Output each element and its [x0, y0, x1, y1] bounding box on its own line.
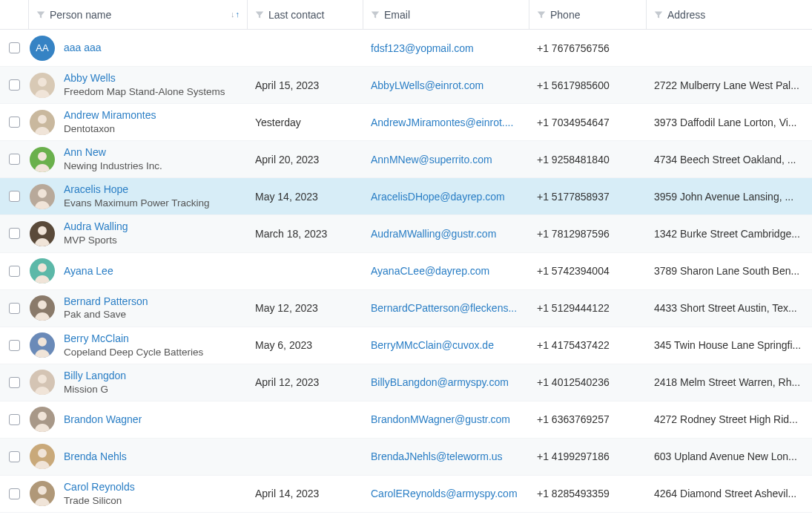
person-company: Copeland Deep Cycle Batteries — [64, 346, 203, 359]
row-checkbox[interactable] — [9, 228, 20, 239]
row-checkbox[interactable] — [9, 303, 20, 314]
phone-cell: +1 4012540236 — [529, 370, 646, 394]
avatar[interactable] — [30, 481, 55, 506]
row-checkbox-cell — [0, 117, 28, 128]
email-link[interactable]: BrendaJNehls@teleworm.us — [371, 450, 503, 462]
svg-point-21 — [38, 449, 47, 458]
avatar[interactable] — [30, 295, 55, 321]
person-name-link[interactable]: Brenda Nehls — [64, 450, 127, 464]
avatar[interactable] — [30, 110, 55, 135]
table-row[interactable]: Brenda NehlsBrendaJNehls@teleworm.us+1 4… — [0, 439, 812, 476]
filter-icon[interactable] — [371, 10, 380, 19]
filter-icon[interactable] — [36, 10, 45, 19]
row-checkbox[interactable] — [9, 414, 20, 425]
table-row[interactable]: Billy LangdonMission GApril 12, 2023Bill… — [0, 364, 812, 401]
person-cell: Abby WellsFreedom Map Stand-Alone System… — [28, 67, 247, 103]
last-contact-cell: May 12, 2023 — [247, 296, 363, 320]
row-checkbox[interactable] — [9, 451, 20, 462]
avatar[interactable] — [30, 370, 55, 395]
avatar[interactable] — [30, 444, 55, 469]
email-link[interactable]: AyanaCLee@dayrep.com — [371, 265, 489, 277]
person-name-link[interactable]: Andrew Miramontes — [64, 108, 156, 122]
email-cell: AracelisDHope@dayrep.com — [363, 185, 529, 209]
row-checkbox[interactable] — [9, 117, 20, 128]
table-row[interactable]: Ann NewNewing Industries Inc.April 20, 2… — [0, 141, 812, 178]
email-cell: BernardCPatterson@fleckens... — [363, 296, 529, 320]
row-checkbox-cell — [0, 228, 28, 239]
avatar[interactable] — [30, 73, 55, 98]
avatar[interactable] — [30, 332, 55, 358]
avatar[interactable] — [30, 258, 55, 283]
person-name-link[interactable]: Berry McClain — [64, 332, 203, 346]
svg-point-3 — [38, 114, 47, 123]
row-checkbox[interactable] — [9, 191, 20, 202]
table-row[interactable]: Audra WallingMVP SportsMarch 18, 2023Aud… — [0, 215, 812, 252]
phone-cell: +1 7812987596 — [529, 222, 646, 246]
email-link[interactable]: CarolEReynolds@armyspy.com — [371, 488, 518, 499]
table-row[interactable]: Carol ReynoldsTrade SiliconApril 14, 202… — [0, 476, 812, 513]
table-row[interactable]: Andrew MiramontesDentotaxonYesterdayAndr… — [0, 104, 812, 141]
table-row[interactable]: Aracelis HopeEvans Maximum Power Trackin… — [0, 178, 812, 215]
last-contact-cell: April 15, 2023 — [247, 73, 363, 97]
row-checkbox[interactable] — [9, 266, 20, 277]
email-link[interactable]: AracelisDHope@dayrep.com — [371, 191, 505, 203]
filter-icon[interactable] — [255, 10, 264, 19]
email-link[interactable]: fdsf123@yopmail.com — [371, 42, 474, 54]
person-text: Ann NewNewing Industries Inc. — [64, 145, 162, 173]
email-link[interactable]: AnnMNew@superrito.com — [371, 154, 492, 165]
person-name-link[interactable]: Abby Wells — [64, 71, 225, 85]
table-row[interactable]: AAaaa aaafdsf123@yopmail.com+1 767675675… — [0, 30, 812, 67]
person-name-link[interactable]: Bernard Patterson — [64, 295, 148, 309]
email-cell: AyanaCLee@dayrep.com — [363, 259, 529, 283]
header-address[interactable]: Address — [646, 0, 812, 29]
person-name-link[interactable]: Billy Langdon — [64, 369, 126, 383]
filter-icon[interactable] — [537, 10, 546, 19]
table-row[interactable]: Brandon WagnerBrandonMWagner@gustr.com+1… — [0, 401, 812, 439]
header-person[interactable]: Person name ↓↑ — [28, 0, 247, 29]
person-text: Bernard PattersonPak and Save — [64, 295, 148, 322]
person-cell: Billy LangdonMission G — [28, 364, 247, 401]
email-link[interactable]: AbbyLWells@einrot.com — [371, 79, 483, 91]
person-name-link[interactable]: Brandon Wagner — [64, 413, 142, 427]
table-row[interactable]: Berry McClainCopeland Deep Cycle Batteri… — [0, 327, 812, 364]
sort-icon[interactable]: ↓↑ — [231, 10, 240, 19]
header-last-contact[interactable]: Last contact — [247, 0, 363, 29]
table-row[interactable]: Ayana LeeAyanaCLee@dayrep.com+1 57423940… — [0, 253, 812, 290]
svg-point-15 — [38, 338, 47, 347]
row-checkbox-cell — [0, 488, 28, 499]
person-name-link[interactable]: aaa aaa — [64, 41, 102, 55]
email-link[interactable]: BernardCPatterson@fleckens... — [371, 302, 517, 314]
last-contact-cell: April 12, 2023 — [247, 370, 363, 394]
email-link[interactable]: BillyBLangdon@armyspy.com — [371, 376, 509, 388]
avatar[interactable] — [30, 407, 55, 432]
person-name-link[interactable]: Ann New — [64, 145, 162, 160]
header-email[interactable]: Email — [363, 0, 529, 29]
filter-icon[interactable] — [654, 10, 663, 19]
email-link[interactable]: BrandonMWagner@gustr.com — [371, 413, 510, 425]
row-checkbox[interactable] — [9, 154, 20, 165]
person-name-link[interactable]: Carol Reynolds — [64, 480, 135, 494]
avatar[interactable] — [30, 184, 55, 209]
avatar[interactable] — [30, 221, 55, 246]
avatar[interactable]: AA — [30, 36, 55, 61]
avatar[interactable] — [30, 147, 55, 172]
table-row[interactable]: Abby WellsFreedom Map Stand-Alone System… — [0, 67, 812, 104]
person-name-link[interactable]: Ayana Lee — [64, 264, 113, 278]
row-checkbox[interactable] — [9, 79, 20, 91]
email-link[interactable]: AudraMWalling@gustr.com — [371, 228, 496, 240]
person-name-link[interactable]: Aracelis Hope — [64, 183, 210, 197]
person-name-link[interactable]: Audra Walling — [64, 220, 128, 234]
table-header-row: Person name ↓↑ Last contact Email Phone — [0, 0, 812, 30]
row-checkbox-cell — [0, 303, 28, 314]
row-checkbox[interactable] — [9, 340, 20, 351]
email-link[interactable]: BerryMMcClain@cuvox.de — [371, 339, 494, 351]
email-link[interactable]: AndrewJMiramontes@einrot.... — [371, 117, 513, 128]
row-checkbox[interactable] — [9, 488, 20, 499]
last-contact-cell — [247, 42, 363, 54]
address-cell: 2722 Mulberry Lane West Pal... — [646, 73, 812, 97]
row-checkbox[interactable] — [9, 42, 20, 53]
row-checkbox[interactable] — [9, 377, 20, 388]
last-contact-cell: March 18, 2023 — [247, 222, 363, 246]
table-row[interactable]: Bernard PattersonPak and SaveMay 12, 202… — [0, 290, 812, 327]
header-phone[interactable]: Phone — [529, 0, 646, 29]
